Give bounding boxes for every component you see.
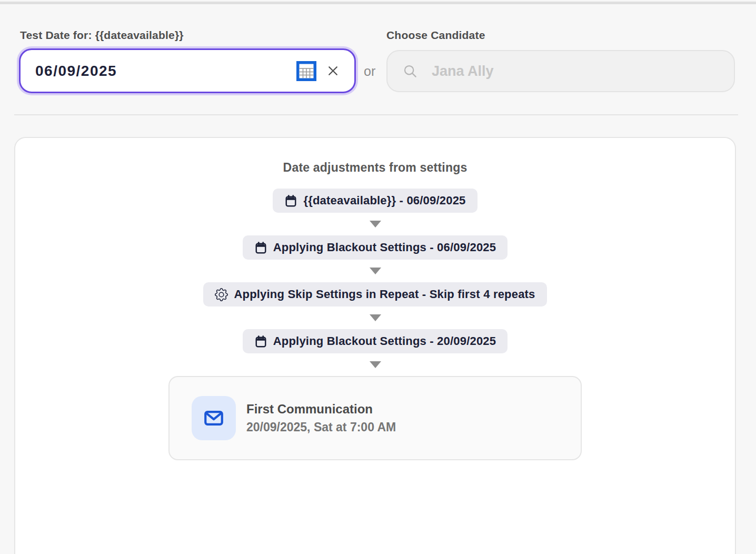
arrow-down-icon (370, 361, 381, 368)
calendar-icon (254, 241, 267, 254)
test-date-field[interactable] (19, 48, 356, 93)
choose-candidate-label: Choose Candidate (386, 29, 485, 42)
flow-step-label: Applying Skip Settings in Repeat - Skip … (234, 288, 535, 301)
or-label: or (364, 64, 375, 79)
search-icon (402, 63, 418, 79)
first-communication-card: First Communication 20/09/2025, Sat at 7… (168, 376, 582, 460)
flow-step-label: {{dateavailable}} - 06/09/2025 (303, 194, 465, 207)
calendar-grid-icon (295, 60, 318, 83)
comm-subtitle: 20/09/2025, Sat at 7:00 AM (246, 420, 396, 434)
top-divider-strip (0, 2, 756, 4)
candidate-search-input[interactable] (432, 63, 723, 80)
flow-step-dateavailable: {{dateavailable}} - 06/09/2025 (273, 189, 477, 213)
gear-icon (215, 288, 228, 301)
candidate-search-field[interactable] (386, 50, 735, 92)
flow-step-blackout-1: Applying Blackout Settings - 06/09/2025 (243, 235, 508, 260)
clear-date-button[interactable] (326, 64, 340, 77)
flow-step-label: Applying Blackout Settings - 06/09/2025 (273, 241, 496, 254)
flow-step-skip-settings: Applying Skip Settings in Repeat - Skip … (203, 282, 546, 306)
envelope-icon (203, 407, 225, 429)
flow-step-label: Applying Blackout Settings - 20/09/2025 (273, 334, 496, 348)
arrow-down-icon (370, 268, 381, 274)
calendar-icon (254, 335, 267, 348)
section-divider (14, 114, 738, 115)
calendar-icon (284, 194, 297, 207)
flow-title: Date adjustments from settings (283, 161, 467, 175)
calendar-picker-button[interactable] (295, 60, 318, 83)
comm-card-text: First Communication 20/09/2025, Sat at 7… (246, 402, 396, 434)
flow-step-blackout-2: Applying Blackout Settings - 20/09/2025 (243, 329, 508, 353)
arrow-down-icon (370, 221, 381, 227)
envelope-icon-tile (192, 396, 236, 440)
arrow-down-icon (370, 314, 381, 321)
test-date-input[interactable] (35, 63, 295, 80)
date-adjustments-card: Date adjustments from settings {{dateava… (14, 137, 736, 554)
comm-title: First Communication (246, 402, 396, 417)
test-date-label: Test Date for: {{dateavailable}} (20, 29, 184, 42)
close-icon (326, 64, 340, 77)
